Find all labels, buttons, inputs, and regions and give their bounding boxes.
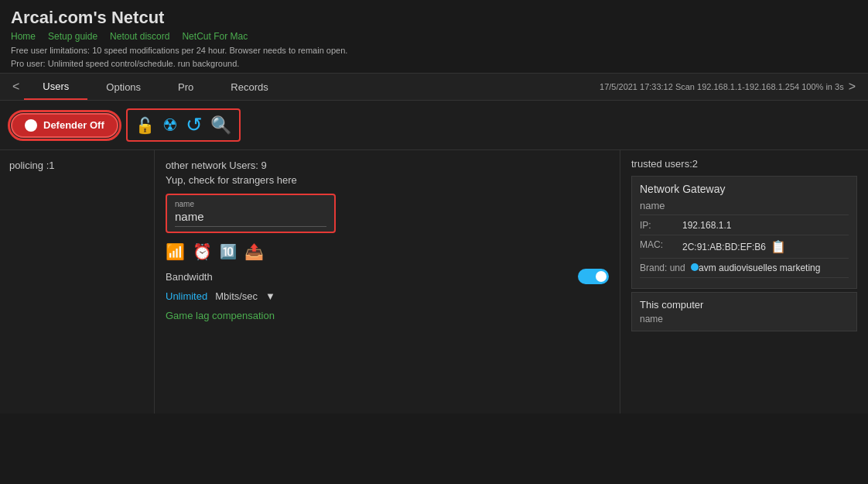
mac-value: 2C:91:AB:BD:EF:B6 📋 bbox=[682, 239, 786, 254]
toolbar: Defender Off 🔓 ☢ ↺ 🔍 bbox=[0, 101, 868, 150]
content-area: policing :1 other network Users: 9 Yup, … bbox=[0, 150, 868, 414]
defender-button[interactable]: Defender Off bbox=[11, 113, 118, 138]
speed-dropdown-arrow[interactable]: ▼ bbox=[265, 290, 275, 302]
header: Arcai.com's Netcut Home Setup guide Neto… bbox=[0, 0, 868, 73]
gateway-name: name bbox=[640, 200, 849, 215]
tab-prev-arrow[interactable]: < bbox=[8, 80, 24, 94]
search-icon[interactable]: 🔍 bbox=[210, 115, 231, 136]
app-title: Arcai.com's Netcut bbox=[11, 8, 857, 28]
gateway-title: Network Gateway bbox=[640, 183, 849, 195]
clock-icon[interactable]: ⏰ bbox=[193, 242, 212, 261]
nav-setup[interactable]: Setup guide bbox=[48, 31, 97, 42]
name-field-wrapper[interactable]: name name bbox=[166, 194, 336, 233]
bandwidth-row: Bandwidth bbox=[166, 269, 609, 284]
tab-next-arrow[interactable]: > bbox=[844, 80, 860, 94]
middle-panel: other network Users: 9 Yup, check for st… bbox=[155, 150, 620, 414]
io-icon[interactable]: 🔟 bbox=[220, 243, 237, 260]
speed-row: Unlimited Mbits/sec ▼ bbox=[166, 290, 609, 302]
name-field-value: name bbox=[175, 210, 326, 223]
speed-value[interactable]: Unlimited bbox=[166, 290, 207, 302]
nav-links: Home Setup guide Netout discord NetCut F… bbox=[11, 31, 857, 42]
mac-row: MAC: 2C:91:AB:BD:EF:B6 📋 bbox=[640, 239, 849, 259]
ip-key: IP: bbox=[640, 220, 682, 231]
copy-mac-icon[interactable]: 📋 bbox=[771, 239, 786, 254]
this-computer-name: name bbox=[640, 314, 849, 324]
name-field-underline bbox=[175, 226, 326, 227]
gateway-box: Network Gateway name IP: 192.168.1.1 MAC… bbox=[631, 176, 857, 289]
device-icons: 📶 ⏰ 🔟 📤 bbox=[166, 242, 609, 261]
this-computer-title: This computer bbox=[640, 299, 849, 311]
bandwidth-toggle[interactable] bbox=[578, 269, 609, 284]
mac-key: MAC: bbox=[640, 239, 682, 250]
radiation-icon[interactable]: ☢ bbox=[162, 115, 178, 136]
nav-home[interactable]: Home bbox=[11, 31, 36, 42]
unlock-icon[interactable]: 🔓 bbox=[135, 116, 155, 135]
tab-records[interactable]: Records bbox=[212, 75, 286, 99]
tab-users[interactable]: Users bbox=[24, 74, 87, 100]
other-users-label: other network Users: 9 bbox=[166, 160, 609, 171]
tab-pro[interactable]: Pro bbox=[159, 75, 212, 99]
refresh-icon[interactable]: ↺ bbox=[186, 113, 203, 137]
brand-row: Brand: und avm audiovisuelles marketing bbox=[640, 263, 849, 278]
toggle-circle bbox=[25, 119, 37, 132]
game-lag-link[interactable]: Game lag compensation bbox=[166, 310, 609, 321]
nav-discord[interactable]: Netout discord bbox=[110, 31, 169, 42]
name-field-label: name bbox=[175, 200, 326, 208]
tab-bar: < Users Options Pro Records 17/5/2021 17… bbox=[0, 73, 868, 101]
brand-value: avm audiovisuelles marketing bbox=[699, 263, 820, 273]
trusted-header: trusted users:2 bbox=[631, 158, 857, 170]
policing-label: policing :1 bbox=[9, 160, 145, 171]
bandwidth-label: Bandwidth bbox=[166, 271, 213, 283]
ip-row: IP: 192.168.1.1 bbox=[640, 220, 849, 235]
info-text: Free user limitations: 10 speed modifica… bbox=[11, 44, 857, 70]
left-panel: policing :1 bbox=[0, 150, 155, 414]
nav-mac[interactable]: NetCut For Mac bbox=[182, 31, 248, 42]
upload-icon[interactable]: 📤 bbox=[244, 242, 264, 261]
wifi-icon[interactable]: 📶 bbox=[166, 242, 185, 261]
ip-value: 192.168.1.1 bbox=[682, 220, 731, 231]
defender-label: Defender Off bbox=[43, 119, 104, 131]
brand-dot bbox=[691, 263, 699, 271]
tab-timestamp: 17/5/2021 17:33:12 Scan 192.168.1.1-192.… bbox=[600, 82, 844, 91]
brand-key: Brand: und bbox=[640, 263, 699, 273]
this-computer-box: This computer name bbox=[631, 292, 857, 331]
toolbar-icons-group: 🔓 ☢ ↺ 🔍 bbox=[126, 108, 241, 142]
speed-unit: Mbits/sec bbox=[215, 290, 258, 302]
right-panel: trusted users:2 Network Gateway name IP:… bbox=[620, 150, 868, 414]
strangers-text: Yup, check for strangers here bbox=[166, 174, 609, 186]
tab-options[interactable]: Options bbox=[87, 75, 159, 99]
